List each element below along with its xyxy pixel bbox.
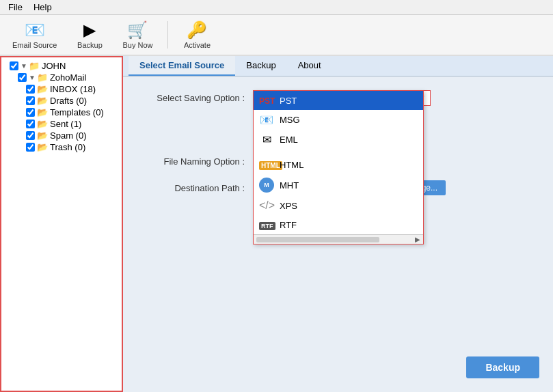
folder-icon-zohomail: 📁: [37, 72, 48, 83]
tab-about[interactable]: About: [287, 56, 332, 76]
pst-icon: PST: [259, 94, 274, 107]
backup-toolbar-label: Backup: [77, 41, 103, 49]
tree-item-sent[interactable]: 📂 Sent (1): [4, 118, 119, 130]
option-mht[interactable]: M MHT: [254, 174, 423, 196]
saving-option-row: Select Saving Option : PST ▼: [144, 90, 532, 106]
folder-icon-templates: 📂: [37, 107, 48, 117]
tab-backup[interactable]: Backup: [235, 56, 286, 76]
destination-label: Destination Path :: [144, 183, 253, 193]
scroll-right-arrow: ▶: [415, 236, 420, 243]
checkbox-john[interactable]: [10, 61, 18, 70]
tree-arrow-zohomail: ▼: [29, 74, 36, 81]
tree-item-john[interactable]: ▼ 📁 JOHN: [4, 60, 119, 72]
tree-item-zohomail[interactable]: ▼ 📁 ZohoMail: [4, 72, 119, 83]
tab-select-email-source[interactable]: Select Email Source: [129, 56, 235, 76]
checkbox-templates[interactable]: [26, 108, 35, 117]
pst-label: PST: [280, 96, 297, 106]
sidebar-tree: ▼ 📁 JOHN ▼ 📁 ZohoMail 📂 INBOX (18) 📂 Dra…: [0, 56, 123, 392]
tree-item-drafts[interactable]: 📂 Drafts (0): [4, 95, 119, 107]
tree-item-inbox[interactable]: 📂 INBOX (18): [4, 83, 119, 95]
mht-label: MHT: [280, 180, 299, 191]
email-source-label: Email Source: [12, 41, 57, 49]
saving-option-control: PST ▼ PST PST: [253, 90, 532, 106]
file-naming-label: File Naming Option :: [144, 156, 253, 167]
checkbox-spam[interactable]: [26, 131, 35, 140]
saving-option-dropdown-container: PST ▼ PST PST: [253, 90, 431, 106]
main-layout: ▼ 📁 JOHN ▼ 📁 ZohoMail 📂 INBOX (18) 📂 Dra…: [0, 56, 553, 392]
tree-label-drafts: Drafts (0): [50, 96, 87, 106]
folder-icon-drafts: 📂: [37, 96, 48, 106]
tree-label-templates: Templates (0): [50, 107, 104, 117]
buy-now-icon: 🛒: [127, 20, 148, 40]
tree-label-john: JOHN: [42, 61, 66, 71]
xps-icon: </>: [259, 199, 274, 212]
tree-label-inbox: INBOX (18): [50, 84, 96, 94]
tree-label-trash: Trash (0): [50, 142, 85, 152]
xps-label: XPS: [280, 201, 297, 211]
tree-label-spam: Spam (0): [50, 130, 86, 141]
option-rtf[interactable]: RTF RTF: [254, 215, 423, 234]
buy-now-button[interactable]: 🛒 Buy Now: [116, 18, 159, 52]
eml-icon: ✉: [259, 133, 274, 146]
option-eml[interactable]: ✉ EML: [254, 130, 423, 150]
toolbar-separator: [167, 21, 168, 48]
option-html[interactable]: HTML HTML: [254, 155, 423, 174]
activate-icon: 🔑: [187, 20, 207, 40]
folder-icon-spam: 📂: [37, 130, 48, 141]
activate-button[interactable]: 🔑 Activate: [176, 18, 217, 52]
folder-icon-inbox: 📂: [37, 84, 48, 94]
saving-option-list: PST PST 📧 MSG ✉: [253, 90, 424, 244]
rtf-label: RTF: [280, 220, 297, 230]
menu-bar: File Help: [0, 0, 553, 15]
checkbox-trash[interactable]: [26, 143, 35, 152]
eml-label: EML: [280, 135, 298, 145]
option-pst[interactable]: PST PST: [254, 91, 423, 110]
folder-icon-trash: 📂: [37, 142, 48, 152]
dropdown-spacer: [254, 150, 423, 155]
backup-icon: ▶: [83, 20, 96, 40]
backup-button[interactable]: Backup: [466, 356, 539, 378]
mht-icon: M: [259, 178, 274, 193]
backup-button-row: Backup: [466, 356, 539, 378]
toolbar: 📧 Email Source ▶ Backup 🛒 Buy Now 🔑 Acti…: [0, 15, 553, 56]
email-source-button[interactable]: 📧 Email Source: [5, 18, 64, 52]
msg-label: MSG: [280, 115, 300, 125]
menu-help[interactable]: Help: [28, 1, 57, 14]
tree-item-spam[interactable]: 📂 Spam (0): [4, 130, 119, 141]
saving-option-label: Select Saving Option :: [144, 93, 253, 103]
content-panel: Select Saving Option : PST ▼: [123, 76, 553, 392]
email-source-icon: 📧: [25, 20, 45, 40]
folder-icon-john: 📁: [29, 61, 40, 71]
menu-file[interactable]: File: [3, 1, 28, 14]
option-xps[interactable]: </> XPS: [254, 196, 423, 215]
rtf-icon: RTF: [259, 219, 274, 231]
tree-label-sent: Sent (1): [50, 119, 81, 129]
hscroll-thumb: [256, 237, 379, 242]
msg-icon: 📧: [259, 113, 274, 126]
content-area: Select Email Source Backup About Select …: [123, 56, 553, 392]
html-icon: HTML: [259, 158, 274, 171]
buy-now-label: Buy Now: [122, 41, 152, 49]
tree-arrow-john: ▼: [21, 62, 27, 70]
checkbox-inbox[interactable]: [26, 85, 35, 94]
folder-icon-sent: 📂: [37, 119, 48, 129]
checkbox-sent[interactable]: [26, 120, 35, 128]
tree-item-templates[interactable]: 📂 Templates (0): [4, 107, 119, 118]
html-label: HTML: [280, 160, 304, 170]
tab-bar: Select Email Source Backup About: [123, 56, 553, 76]
activate-label: Activate: [184, 41, 211, 49]
checkbox-zohomail[interactable]: [18, 73, 27, 82]
hscroll-bar: ▶: [254, 234, 423, 244]
tree-item-trash[interactable]: 📂 Trash (0): [4, 141, 119, 153]
checkbox-drafts[interactable]: [26, 96, 35, 105]
backup-toolbar-button[interactable]: ▶ Backup: [69, 18, 110, 52]
option-msg[interactable]: 📧 MSG: [254, 110, 423, 130]
tree-label-zohomail: ZohoMail: [50, 72, 86, 83]
